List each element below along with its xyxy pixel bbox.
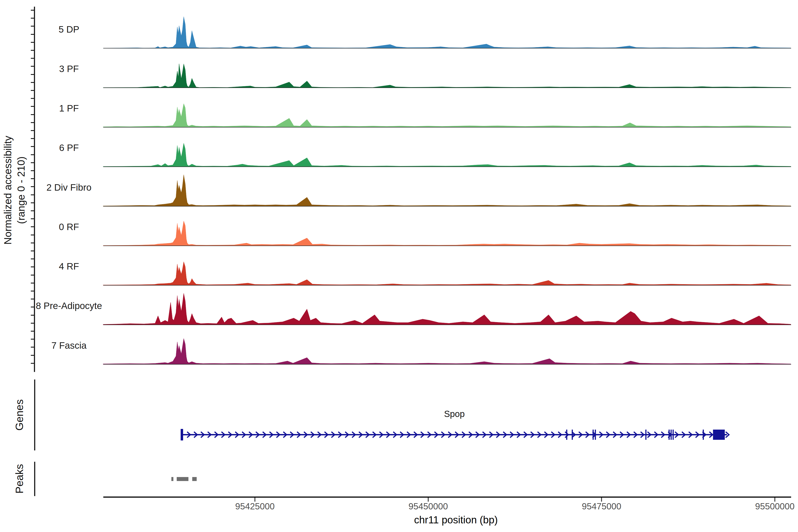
gene-exon-tick [672, 430, 673, 440]
coverage-signal-5-dp [103, 17, 791, 48]
x-axis-tick [601, 498, 602, 501]
gene-exon-tick [645, 430, 646, 440]
gene-exon-tick [595, 430, 596, 440]
x-axis-tick [254, 498, 255, 501]
track-label-7-fascia: 7 Fascia [35, 340, 103, 352]
x-tick-label-95500000: 95500000 [740, 501, 798, 511]
gene-body-line [182, 434, 727, 435]
peak-interval [177, 477, 188, 481]
track-label-6-pf: 6 PF [35, 142, 103, 154]
coverage-signal-8-pre-adipocyte [103, 293, 791, 325]
track-label-2-div-fibro: 2 Div Fibro [35, 182, 103, 193]
x-tick-label-95475000: 95475000 [566, 501, 637, 511]
track-label-3-pf: 3 PF [35, 63, 103, 75]
coverage-signal-3-pf [103, 64, 791, 88]
coverage-signal-0-rf [103, 221, 791, 246]
peak-interval [192, 477, 197, 481]
gene-terminal-exon [713, 430, 725, 440]
track-label-4-rf: 4 RF [35, 261, 103, 272]
coverage-signal-1-pf [103, 104, 791, 127]
coverage-signal-2-div-fibro [103, 175, 791, 206]
coverage-signal-7-fascia [103, 339, 791, 364]
gene-exon-tick [668, 430, 670, 440]
peak-interval [171, 477, 173, 481]
coverage-plot-canvas [0, 0, 798, 532]
x-axis-line [103, 496, 791, 498]
x-axis-tick [428, 498, 429, 501]
track-label-5-dp: 5 DP [35, 23, 103, 36]
gene-exon-tick [670, 430, 672, 440]
x-tick-label-95425000: 95425000 [220, 501, 290, 511]
coverage-signal-4-rf [103, 262, 791, 285]
track-label-0-rf: 0 RF [35, 221, 103, 233]
track-label-1-pf: 1 PF [35, 102, 103, 114]
track-label-8-pre-adipocyte: 8 Pre-Adipocyte [35, 300, 103, 312]
gene-exon-tick [572, 430, 573, 440]
x-axis-tick [775, 498, 775, 501]
coverage-signal-6-pf [103, 143, 791, 167]
gene-exon-tick [566, 430, 567, 440]
x-tick-label-95450000: 95450000 [393, 501, 464, 511]
gene-start-exon [180, 429, 183, 440]
gene-exon-tick [592, 430, 594, 440]
gene-exon-tick [703, 430, 704, 440]
